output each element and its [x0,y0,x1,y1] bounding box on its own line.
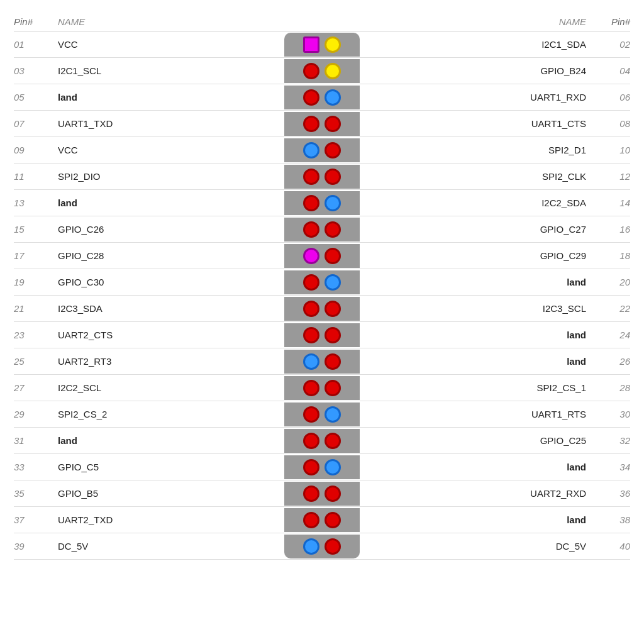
pin-num-left: 03 [14,63,58,79]
connector-pair [284,455,360,479]
connector-pair [284,112,360,136]
pin-name-right: GPIO_C25 [360,433,586,448]
pin-num-left: 25 [14,353,58,369]
connector-pair [284,297,360,321]
pin-num-right: 22 [586,301,630,316]
pin-num-right: 28 [586,380,630,396]
connector-pin-right [325,142,341,158]
pin-name-right: I2C3_SCL [360,301,586,316]
pin-name-left: VCC [58,36,284,52]
pin-name-left: UART1_TXD [58,116,284,131]
connector-pin-left [303,512,319,528]
connector-pin-right [325,248,341,264]
table-row: 29SPI2_CS_2UART1_RTS30 [14,401,630,428]
pin-num-left: 37 [14,512,58,528]
pin-num-left: 31 [14,433,58,448]
connector-pair [284,59,360,83]
pin-num-right: 30 [586,406,630,422]
connector-pin-left [303,459,319,475]
connector-pair [284,350,360,374]
connector-pin-left [303,169,319,185]
pin-num-right: 06 [586,89,630,105]
connector-pair [284,244,360,268]
pin-num-left: 11 [14,169,58,184]
connector-pin-right [325,116,341,132]
pin-num-right: 24 [586,327,630,343]
pin-num-left: 17 [14,248,58,264]
pin-name-left: land [58,195,284,211]
header-pin-right: Pin# [586,16,630,27]
pin-name-right: UART1_RTS [360,406,586,422]
connector-pin-right [325,459,341,475]
table-row: 37UART2_TXDland38 [14,507,630,533]
pin-num-right: 12 [586,169,630,184]
connector-pin-left [303,353,319,370]
table-row: 07UART1_TXDUART1_CTS08 [14,111,630,137]
connector-pin-left [303,36,319,53]
connector-pair [284,270,360,294]
pin-name-left: land [58,89,284,105]
pin-name-left: GPIO_C5 [58,459,284,475]
pin-num-left: 33 [14,459,58,475]
pin-num-right: 14 [586,195,630,211]
table-row: 11SPI2_DIOSPI2_CLK12 [14,164,630,190]
connector-pin-left [303,142,319,158]
connector-pin-right [325,274,341,291]
connector-pair [284,165,360,189]
connector-pin-right [325,195,341,211]
pin-num-left: 07 [14,116,58,131]
pin-name-right: land [360,353,586,369]
connector-pin-right [325,169,341,185]
pin-name-left: UART2_TXD [58,512,284,528]
connector-pin-right [325,538,341,555]
pin-num-right: 26 [586,353,630,369]
connector-pair [284,138,360,162]
connector-pin-right [325,486,341,502]
pin-num-left: 23 [14,327,58,343]
table-row: 31landGPIO_C2532 [14,428,630,454]
pin-name-left: I2C2_SCL [58,380,284,396]
table-row: 03I2C1_SCLGPIO_B2404 [14,58,630,84]
pin-name-left: UART2_RT3 [58,353,284,369]
pin-name-left: VCC [58,142,284,158]
pin-num-right: 34 [586,459,630,475]
connector-pin-right [325,301,341,317]
connector-pin-right [325,63,341,79]
pin-num-right: 04 [586,63,630,79]
pin-name-left: SPI2_CS_2 [58,406,284,422]
pin-name-right: UART1_RXD [360,89,586,105]
connector-pin-left [303,301,319,317]
header-name-right: NAME [360,16,586,27]
pin-name-right: SPI2_D1 [360,142,586,158]
pin-name-right: UART2_RXD [360,486,586,501]
pin-num-left: 27 [14,380,58,396]
pin-name-right: land [360,327,586,343]
pin-num-right: 16 [586,221,630,237]
connector-pin-left [303,274,319,291]
pin-name-right: land [360,459,586,475]
table-row: 33GPIO_C5land34 [14,454,630,480]
pin-name-left: I2C1_SCL [58,63,284,79]
connector-pair [284,191,360,215]
pin-name-left: GPIO_C28 [58,248,284,264]
connector-pair [284,33,360,57]
table-row: 27I2C2_SCLSPI2_CS_128 [14,375,630,401]
pin-num-left: 15 [14,221,58,237]
connector-pair [284,323,360,347]
pin-name-left: SPI2_DIO [58,169,284,184]
table-row: 23UART2_CTSland24 [14,322,630,348]
pin-name-right: I2C1_SDA [360,36,586,52]
connector-pin-left [303,327,319,343]
pinout-container: Pin# NAME NAME Pin# 01VCCI2C1_SDA0203I2C… [14,13,630,560]
table-row: 39DC_5VDC_5V40 [14,533,630,560]
connector-pin-left [303,195,319,211]
pin-num-left: 13 [14,195,58,211]
pin-num-left: 09 [14,142,58,158]
table-row: 35GPIO_B5UART2_RXD36 [14,480,630,507]
table-row: 13landI2C2_SDA14 [14,190,630,216]
connector-pin-right [325,221,341,238]
connector-pin-right [325,353,341,370]
connector-pair [284,482,360,506]
pin-name-right: GPIO_C27 [360,221,586,237]
pin-name-left: GPIO_C30 [58,274,284,290]
